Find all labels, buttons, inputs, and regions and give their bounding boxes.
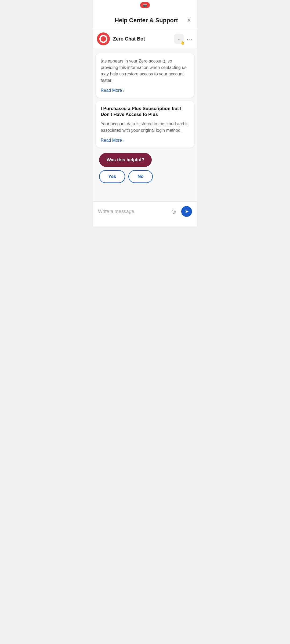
yes-button[interactable]: Yes [99,170,125,183]
message-placeholder[interactable]: Write a message [98,209,170,214]
read-more-link-1[interactable]: Read More › [101,88,189,93]
page-title: Help Center & Support [107,17,186,24]
chat-header-actions: ⌄ 👆 ··· [174,34,193,44]
chat-header: Zero Chat Bot ⌄ 👆 ··· [93,29,197,49]
emoji-button[interactable]: ☺ [170,208,177,215]
bottom-bar [93,221,197,226]
input-actions: ☺ ➤ [170,206,192,217]
avatar-inner [99,35,107,43]
article-card-2: I Purchased a Plus Subscription but I Do… [96,101,194,148]
read-more-label-2: Read More [101,138,122,143]
message-input-wrapper: Write a message [98,209,170,214]
status-bar: 📷 [93,0,197,12]
article-title-2: I Purchased a Plus Subscription but I Do… [101,106,189,118]
notification-badge: 📷 [140,2,150,8]
helpful-section: Was this helpful? Yes No [96,151,194,187]
messages-area: (as appears in your Zero account), so pr… [93,49,197,192]
read-more-label-1: Read More [101,88,122,93]
chat-area: Zero Chat Bot ⌄ 👆 ··· (as appears in you… [93,29,197,202]
helpful-choices: Yes No [99,170,153,183]
close-button[interactable]: × [186,16,192,25]
send-button[interactable]: ➤ [181,206,192,217]
avatar [97,32,110,45]
chevron-right-icon-2: › [123,138,124,142]
message-input-area: Write a message ☺ ➤ [93,202,197,221]
minimize-icon: ⌄ [177,36,181,42]
read-more-link-2[interactable]: Read More › [101,138,189,143]
helpful-question-button[interactable]: Was this helpful? [99,153,152,167]
bot-name: Zero Chat Bot [113,36,145,42]
article-body-2: Your account data is stored in the cloud… [101,121,189,134]
minimize-button[interactable]: ⌄ 👆 [174,34,184,44]
chevron-right-icon-1: › [123,88,124,93]
notification-icon: 📷 [143,3,147,7]
send-icon: ➤ [185,208,189,214]
cursor-icon: 👆 [180,41,185,45]
no-button[interactable]: No [128,170,153,183]
article-card-1: (as appears in your Zero account), so pr… [96,53,194,98]
app-header: Help Center & Support × [93,12,197,29]
article-body-1: (as appears in your Zero account), so pr… [101,58,189,84]
more-options-button[interactable]: ··· [187,36,193,42]
phone-container: 📷 Help Center & Support × Zero Chat Bot … [93,0,197,226]
chat-header-left: Zero Chat Bot [97,32,145,45]
